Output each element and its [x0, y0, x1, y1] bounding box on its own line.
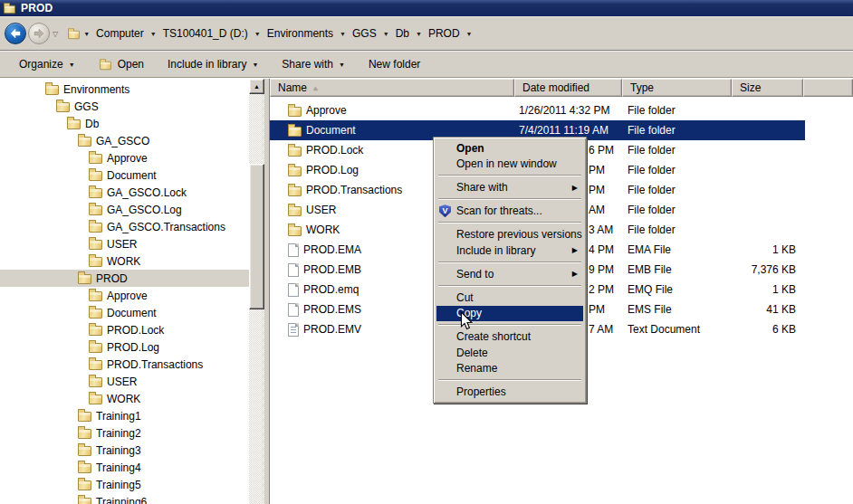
menu-item-delete[interactable]: Delete — [436, 345, 583, 361]
tree-item-training5[interactable]: Training5 — [0, 476, 249, 493]
tree-item-ga-gsco-log[interactable]: GA_GSCO.Log — [0, 201, 249, 218]
toolbar-button-share-with[interactable]: Share with▼ — [273, 55, 353, 73]
menu-item-restore-previous-versions[interactable]: Restore previous versions — [436, 227, 583, 243]
menu-item-share-with[interactable]: Share with▶ — [436, 180, 583, 196]
menu-item-create-shortcut[interactable]: Create shortcut — [436, 329, 583, 346]
tree-item-label: USER — [107, 376, 137, 388]
back-button[interactable] — [5, 23, 26, 44]
tree-item-db[interactable]: Db — [0, 115, 249, 132]
column-header-date-modified[interactable]: Date modified — [514, 79, 622, 97]
tree-item-prod-transactions[interactable]: PROD.Transactions — [0, 356, 249, 373]
tree-item-training1[interactable]: Training1 — [0, 407, 249, 424]
menu-item-send-to[interactable]: Send to▶ — [436, 266, 583, 282]
breadcrumb-chevron-icon[interactable]: ▼ — [380, 31, 392, 37]
tree-item-user[interactable]: USER — [0, 373, 249, 390]
tree-item-document[interactable]: Document — [0, 166, 249, 184]
column-header-blank[interactable] — [803, 79, 853, 97]
toolbar-button-new-folder[interactable]: New folder — [360, 55, 428, 73]
tree-item-training2[interactable]: Training2 — [0, 424, 249, 442]
toolbar-button-organize[interactable]: Organize▼ — [11, 55, 83, 73]
tree-item-approve[interactable]: Approve — [0, 149, 249, 166]
column-header-name[interactable]: Name▲ — [270, 79, 514, 97]
tree-item-prod-lock[interactable]: PROD.Lock — [0, 321, 249, 338]
folder-icon — [78, 498, 91, 504]
tree-item-training4[interactable]: Training4 — [0, 459, 249, 476]
tree-item-ga-gsco-lock[interactable]: GA_GSCO.Lock — [0, 184, 249, 201]
breadcrumb-item-computer[interactable]: Computer — [92, 25, 148, 42]
main-area: EnvironmentsGGSDbGA_GSCOApproveDocumentG… — [0, 78, 853, 504]
folder-icon — [78, 274, 91, 284]
toolbar-button-include-in-library[interactable]: Include in library▼ — [159, 55, 266, 73]
breadcrumb-item-db[interactable]: Db — [392, 25, 413, 42]
breadcrumb-item-environments[interactable]: Environments — [264, 25, 337, 42]
file-icon — [288, 263, 299, 277]
tree-item-environments[interactable]: Environments — [0, 81, 249, 98]
mouse-cursor — [459, 311, 474, 330]
breadcrumb-chevron-icon[interactable]: ▼ — [148, 31, 159, 37]
scrollbar-thumb[interactable] — [249, 164, 264, 309]
breadcrumb-item-ts100401-d-d[interactable]: TS100401_D (D:) — [159, 25, 252, 42]
breadcrumb-chevron-icon[interactable]: ▼ — [337, 31, 349, 37]
file-row-approve[interactable]: Approve1/26/2011 4:32 PMFile folder — [270, 100, 805, 120]
file-name: Approve — [306, 104, 347, 117]
menu-item-scan-for-threats[interactable]: VScan for threats... — [436, 204, 583, 220]
tree-item-label: PROD.Log — [107, 341, 159, 354]
breadcrumb-chevron-icon[interactable]: ▼ — [81, 31, 92, 37]
menu-item-open-in-new-window[interactable]: Open in new window — [436, 157, 583, 173]
file-name: USER — [306, 204, 336, 216]
folder-icon — [78, 412, 91, 422]
tree-item-ga-gsco[interactable]: GA_GSCO — [0, 132, 249, 149]
recent-pages-chevron-icon[interactable]: ▽ — [53, 30, 58, 38]
menu-item-rename[interactable]: Rename — [436, 361, 583, 377]
forward-button[interactable] — [28, 23, 50, 44]
breadcrumb-chevron-icon[interactable]: ▼ — [252, 31, 264, 37]
menu-item-open[interactable]: Open — [436, 140, 583, 157]
menu-item-include-in-library[interactable]: Include in library▶ — [436, 242, 583, 259]
tree-item-work[interactable]: WORK — [0, 390, 249, 407]
type-cell: File folder — [622, 104, 732, 117]
tree-item-label: Training4 — [96, 461, 141, 474]
tree-item-trainning6[interactable]: Trainning6 — [0, 493, 249, 504]
breadcrumb-chevron-icon[interactable]: ▼ — [464, 31, 475, 37]
tree-item-prod[interactable]: PROD — [0, 270, 249, 287]
tree-item-label: GA_GSCO.Lock — [107, 186, 187, 199]
tree-item-ga-gsco-transactions[interactable]: GA_GSCO.Transactions — [0, 218, 249, 235]
folder-icon — [89, 395, 102, 404]
scrollbar-up-icon[interactable]: ▲ — [249, 79, 264, 94]
column-header-type[interactable]: Type — [622, 79, 732, 97]
file-icon — [288, 243, 299, 257]
column-header-row: Name▲Date modifiedTypeSize — [270, 79, 853, 97]
tree-item-training3[interactable]: Training3 — [0, 442, 249, 459]
tree-scrollbar[interactable]: ▲ — [249, 79, 264, 504]
breadcrumb-item-ggs[interactable]: GGS — [349, 25, 380, 42]
folder-icon — [288, 166, 302, 176]
submenu-arrow-icon: ▶ — [572, 246, 583, 254]
menu-item-label: Create shortcut — [456, 330, 583, 343]
breadcrumb-item-prod[interactable]: PROD — [425, 25, 464, 42]
menu-item-properties[interactable]: Properties — [436, 385, 583, 401]
tree-item-prod-log[interactable]: PROD.Log — [0, 338, 249, 356]
column-header-size[interactable]: Size — [732, 79, 803, 97]
type-cell: File folder — [622, 223, 732, 236]
tree-item-ggs[interactable]: GGS — [0, 98, 249, 115]
toolbar-button-open[interactable]: Open — [91, 55, 152, 73]
menu-item-label: Open — [456, 142, 583, 155]
open-folder-icon — [100, 61, 111, 69]
menu-item-cut[interactable]: Cut — [436, 290, 583, 306]
date-modified-cell: 7/4/2011 11:19 AM — [514, 124, 622, 137]
type-cell: File folder — [622, 124, 732, 137]
tree-item-work[interactable]: WORK — [0, 252, 249, 270]
file-name: PROD.Lock — [306, 144, 363, 157]
command-toolbar: Organize▼OpenInclude in library▼Share wi… — [0, 51, 853, 78]
breadcrumb-chevron-icon[interactable]: ▼ — [413, 31, 425, 37]
chevron-down-icon: ▼ — [252, 62, 258, 68]
menu-item-label: Restore previous versions — [456, 228, 583, 241]
folder-icon — [288, 226, 302, 236]
menu-item-label: Rename — [456, 362, 583, 375]
tree-item-document[interactable]: Document — [0, 304, 249, 321]
tree-item-label: GA_GSCO — [96, 135, 149, 147]
address-folder-icon[interactable] — [68, 30, 80, 38]
tree-item-user[interactable]: USER — [0, 235, 249, 252]
file-name: PROD.Transactions — [306, 184, 402, 196]
tree-item-approve[interactable]: Approve — [0, 287, 249, 304]
